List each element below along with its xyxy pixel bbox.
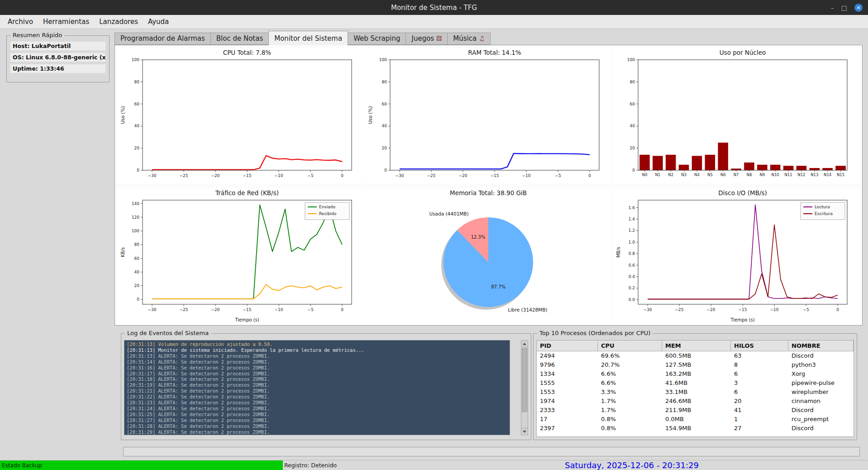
table-row[interactable]: 23331.7%211.9MB41Discord — [537, 406, 854, 415]
scrollbar-track[interactable] — [521, 347, 528, 428]
svg-text:−10: −10 — [274, 173, 283, 178]
svg-text:80: 80 — [134, 80, 139, 84]
svg-text:100: 100 — [132, 229, 139, 233]
svg-text:−5: −5 — [803, 307, 809, 312]
table-cell: 17 — [537, 415, 598, 424]
log-line: [20:31:13] Volumen de reproducción ajust… — [127, 341, 507, 347]
scroll-down-arrow-icon[interactable] — [521, 428, 528, 435]
log-line: [20:31:14] ALERTA: Se detectaron 2 proce… — [127, 359, 507, 365]
menu-item-lanzadores[interactable]: Lanzadores — [94, 16, 143, 28]
table-cell: 1.7% — [598, 397, 662, 406]
column-header-cpu[interactable]: CPU — [598, 341, 662, 351]
svg-text:−25: −25 — [675, 307, 684, 312]
table-cell: 2397 — [537, 424, 598, 433]
column-header-pid[interactable]: PID — [537, 341, 598, 351]
column-header-mem[interactable]: MEM — [662, 341, 731, 351]
tab-label: Monitor del Sistema — [274, 34, 342, 43]
menu-bar: ArchivoHerramientasLanzadoresAyuda — [0, 15, 868, 29]
svg-text:−25: −25 — [427, 173, 436, 178]
svg-text:Tráfico de Red (KB/s): Tráfico de Red (KB/s) — [215, 189, 279, 197]
svg-text:120: 120 — [132, 215, 139, 220]
process-table-body: 249469.6%600.5MB63Discord979620.7%127.5M… — [537, 351, 854, 436]
svg-text:MB/s: MB/s — [616, 247, 621, 258]
stat-uptime: Uptime: 1:33:46 — [10, 64, 106, 73]
table-cell: 2333 — [537, 406, 598, 415]
svg-text:Disco I/O (MB/s): Disco I/O (MB/s) — [718, 189, 767, 197]
table-cell: python3 — [788, 360, 854, 369]
svg-text:−10: −10 — [522, 173, 531, 178]
menu-item-archivo[interactable]: Archivo — [3, 16, 38, 28]
log-line: [20:31:23] ALERTA: Se detectaron 2 proce… — [127, 400, 507, 406]
table-row[interactable]: 23970.8%154.9MB27Discord — [537, 424, 854, 433]
table-row[interactable]: 979620.7%127.5MB8python3 — [537, 360, 854, 369]
table-cell: 1553 — [537, 388, 598, 397]
log-line: [20:31:17] ALERTA: Se detectaron 2 proce… — [127, 371, 507, 377]
table-cell: 41.6MB — [662, 379, 731, 388]
svg-text:Libre (31428MB): Libre (31428MB) — [508, 307, 548, 312]
svg-text:N2: N2 — [668, 173, 673, 177]
table-cell: 6 — [731, 388, 788, 397]
table-cell: 3 — [731, 379, 788, 388]
scroll-up-arrow-icon[interactable] — [521, 341, 528, 347]
column-header-hilos[interactable]: HILOS — [731, 341, 788, 351]
svg-text:0: 0 — [137, 297, 139, 302]
table-cell: 8 — [731, 360, 788, 369]
stat-host: Host: LukaPortatil — [10, 41, 106, 51]
log-console[interactable]: [20:31:13] Volumen de reproducción ajust… — [124, 340, 510, 435]
table-cell: 20 — [731, 397, 788, 406]
tab-web-scraping[interactable]: Web Scraping — [348, 33, 406, 45]
svg-text:0.2: 0.2 — [629, 286, 635, 290]
table-cell: 6.6% — [598, 379, 662, 388]
table-row[interactable]: 170.8%0.0MB1rcu_preempt — [537, 415, 854, 424]
backup-status: Estado Backup — [0, 460, 283, 470]
svg-text:N10: N10 — [772, 173, 779, 177]
table-cell: Discord — [788, 351, 854, 360]
svg-text:N11: N11 — [785, 173, 792, 177]
tab-juegos[interactable]: Juegos⚄ — [405, 33, 448, 45]
tab-label: Juegos — [411, 34, 434, 43]
svg-text:0.6: 0.6 — [629, 263, 635, 268]
table-row[interactable]: 15556.6%41.6MB3pipewire-pulse — [537, 379, 854, 388]
svg-text:N13: N13 — [811, 173, 818, 177]
log-scrollbar[interactable] — [521, 340, 528, 435]
table-row[interactable]: 19741.7%246.6MB20cinnamon — [537, 397, 854, 406]
svg-text:Uso (%): Uso (%) — [368, 106, 373, 124]
table-row[interactable]: 249469.6%600.5MB63Discord — [537, 351, 854, 360]
menu-item-herramientas[interactable]: Herramientas — [38, 16, 94, 28]
dice-icon: ⚄ — [436, 35, 442, 42]
svg-text:N7: N7 — [734, 173, 739, 177]
svg-text:20: 20 — [382, 146, 387, 150]
table-cell: 33.1MB — [662, 388, 731, 397]
tab-label: Programador de Alarmas — [120, 34, 205, 43]
tab-musica[interactable]: Música♫ — [447, 33, 490, 45]
tab-monitor-del-sistema[interactable]: Monitor del Sistema — [268, 31, 348, 45]
tab-programador-de-alarmas[interactable]: Programador de Alarmas — [114, 33, 211, 45]
log-line: [20:31:13] ALERTA: Se detectaron 2 proce… — [127, 353, 507, 359]
close-button[interactable]: × — [854, 4, 863, 12]
table-cell: 0.8% — [598, 415, 662, 424]
svg-text:N5: N5 — [707, 173, 713, 177]
minimize-button[interactable]: – — [831, 5, 834, 11]
scrollbar-thumb[interactable] — [522, 348, 527, 412]
tab-label: Bloc de Notas — [216, 34, 263, 43]
menu-item-ayuda[interactable]: Ayuda — [143, 16, 174, 28]
table-cell: 63 — [731, 351, 788, 360]
svg-text:100: 100 — [132, 58, 139, 62]
title-bar[interactable]: Monitor de Sistema - TFG –□× — [0, 0, 868, 15]
svg-text:−5: −5 — [307, 307, 313, 312]
chart-ram: −30−25−20−15−10−50020406080100RAM Total:… — [365, 48, 612, 184]
maximize-button[interactable]: □ — [841, 5, 847, 11]
table-row[interactable]: 13346.6%163.2MB6Xorg — [537, 369, 854, 379]
log-line: [20:31:18] ALERTA: Se detectaron 2 proce… — [127, 376, 507, 382]
tab-label: Música — [453, 34, 477, 43]
table-cell: 6 — [731, 369, 788, 379]
stat-os: OS: Linux 6.8.0-88-generic (x86_64) — [10, 53, 106, 62]
chart-mem: Memoria Total: 38.90 GiB12.3%Usada (4401… — [365, 188, 612, 324]
charts-grid: −30−25−20−15−10−50020406080100CPU Total:… — [117, 47, 860, 323]
svg-text:20: 20 — [134, 283, 139, 288]
column-header-nombre[interactable]: NOMBRE — [788, 341, 854, 351]
table-row[interactable]: 15533.3%33.1MB6wireplumber — [537, 388, 854, 397]
table-cell: 3.3% — [598, 388, 662, 397]
table-cell: 9796 — [537, 360, 598, 369]
tab-bloc-de-notas[interactable]: Bloc de Notas — [210, 33, 269, 45]
